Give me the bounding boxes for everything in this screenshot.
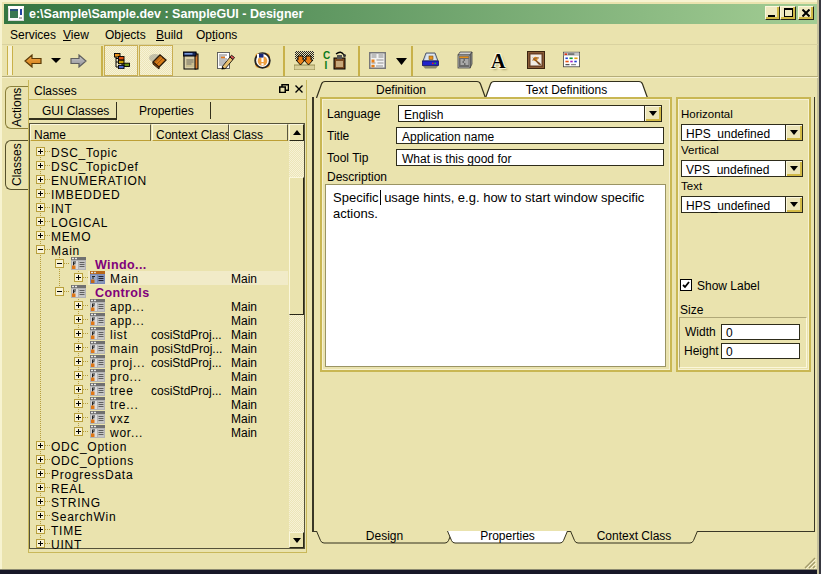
svg-text:I: I [325,60,328,71]
